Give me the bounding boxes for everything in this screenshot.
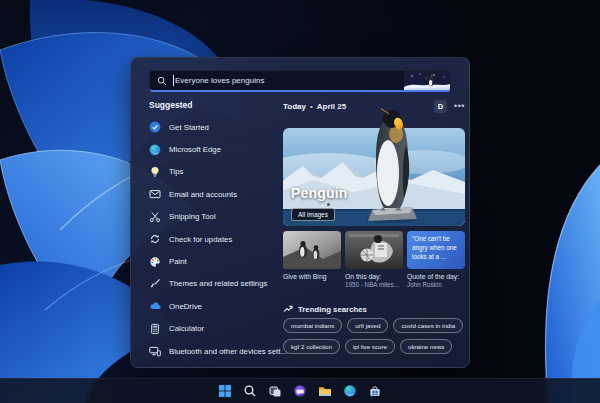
search-flyout-panel: Suggested Get Started Microsoft Edge <box>130 57 470 368</box>
trending-pills: mumbai indians urfi javed covid cases in… <box>283 318 469 354</box>
trending-pill[interactable]: mumbai indians <box>283 318 342 333</box>
chat-button[interactable] <box>291 382 309 400</box>
bluetooth-icon <box>149 345 161 357</box>
edge-logo-icon <box>343 384 357 398</box>
suggested-item-label: Microsoft Edge <box>169 145 221 154</box>
tips-icon <box>149 166 161 178</box>
chat-icon <box>293 384 307 398</box>
desktop: Suggested Get Started Microsoft Edge <box>0 0 600 403</box>
onedrive-icon <box>149 300 161 312</box>
search-glyph-icon <box>243 384 257 398</box>
edge-button[interactable] <box>341 382 359 400</box>
suggested-item-paint[interactable]: Paint <box>149 250 281 272</box>
email-icon <box>149 188 161 200</box>
today-date: April 25 <box>317 102 346 111</box>
suggested-item-bluetooth-devices[interactable]: Bluetooth and other devices sett... <box>149 340 281 362</box>
profile-badge[interactable]: D <box>434 100 447 113</box>
task-view-button[interactable] <box>266 382 284 400</box>
suggested-item-label: Paint <box>169 257 187 266</box>
suggested-item-snipping-tool[interactable]: Snipping Tool <box>149 206 281 228</box>
trending-pill[interactable]: urfi javed <box>347 318 388 333</box>
today-label: Today <box>283 102 306 111</box>
card-caption: Quote of the day: <box>407 273 465 280</box>
suggested-item-onedrive[interactable]: OneDrive <box>149 295 281 317</box>
get-started-icon <box>149 121 161 133</box>
more-options-icon[interactable]: ••• <box>454 103 465 109</box>
themes-icon <box>149 278 161 290</box>
suggested-item-themes[interactable]: Themes and related settings <box>149 273 281 295</box>
file-explorer-button[interactable] <box>316 382 334 400</box>
store-button[interactable] <box>366 382 384 400</box>
penguin-photo-cutout <box>359 107 425 226</box>
suggested-list: Get Started Microsoft Edge T <box>149 116 281 362</box>
trending-title: Trending searches <box>298 305 367 314</box>
card-on-this-day[interactable]: On this day: 1950 - NBA miles... <box>345 231 403 288</box>
search-bar[interactable] <box>149 70 451 92</box>
taskbar-search-button[interactable] <box>241 382 259 400</box>
trending-header: Trending searches <box>283 304 367 314</box>
suggested-heading: Suggested <box>149 100 192 110</box>
edge-icon <box>149 144 161 156</box>
quote-text: "One can't be angry when one looks at a … <box>412 235 460 261</box>
store-icon <box>368 384 382 398</box>
suggested-item-label: Email and accounts <box>169 190 237 199</box>
hero-title: Penguin <box>291 185 348 201</box>
updates-icon <box>149 233 161 245</box>
suggested-item-label: Check for updates <box>169 235 232 244</box>
windows-logo-icon <box>218 384 232 398</box>
suggested-item-label: Themes and related settings <box>169 279 267 288</box>
suggested-item-label: Get Started <box>169 123 209 132</box>
today-separator: • <box>310 102 313 111</box>
snipping-tool-icon <box>149 211 161 223</box>
task-view-icon <box>268 384 282 398</box>
calculator-icon <box>149 323 161 335</box>
file-explorer-icon <box>318 384 332 398</box>
card-give-with-bing[interactable]: Give with Bing <box>283 231 341 280</box>
suggested-item-label: Snipping Tool <box>169 212 216 221</box>
suggested-item-label: OneDrive <box>169 302 202 311</box>
suggested-item-get-started[interactable]: Get Started <box>149 116 281 138</box>
taskbar <box>0 378 600 403</box>
carousel-dot <box>327 203 330 206</box>
suggested-item-microsoft-edge[interactable]: Microsoft Edge <box>149 138 281 160</box>
trending-pill[interactable]: covid cases in india <box>393 318 463 333</box>
trending-pill[interactable]: ukraine news <box>400 339 452 354</box>
text-caret <box>173 75 174 86</box>
suggested-item-label: Calculator <box>169 324 204 333</box>
suggested-item-label: Tips <box>169 167 183 176</box>
start-button[interactable] <box>216 382 234 400</box>
suggested-item-check-updates[interactable]: Check for updates <box>149 228 281 250</box>
card-quote-of-the-day[interactable]: "One can't be angry when one looks at a … <box>407 231 465 288</box>
suggested-item-label: Bluetooth and other devices sett... <box>169 347 287 356</box>
trending-icon <box>283 304 293 314</box>
give-with-bing-photo <box>283 231 341 269</box>
all-images-button[interactable]: All images <box>291 208 335 222</box>
on-this-day-photo <box>345 231 403 269</box>
card-caption: On this day: <box>345 273 403 280</box>
search-icon <box>157 76 167 86</box>
trending-pill[interactable]: ipl live score <box>345 339 395 354</box>
suggested-item-tips[interactable]: Tips <box>149 161 281 183</box>
trending-pill[interactable]: kgf 2 collection <box>283 339 340 354</box>
penguin-night-illustration <box>404 71 450 92</box>
quote-tile: "One can't be angry when one looks at a … <box>407 231 465 269</box>
card-caption: Give with Bing <box>283 273 341 280</box>
paint-icon <box>149 256 161 268</box>
suggested-item-email-accounts[interactable]: Email and accounts <box>149 183 281 205</box>
suggested-item-calculator[interactable]: Calculator <box>149 318 281 340</box>
card-subcaption: John Ruskin <box>407 281 465 288</box>
card-subcaption: 1950 - NBA miles... <box>345 281 403 288</box>
